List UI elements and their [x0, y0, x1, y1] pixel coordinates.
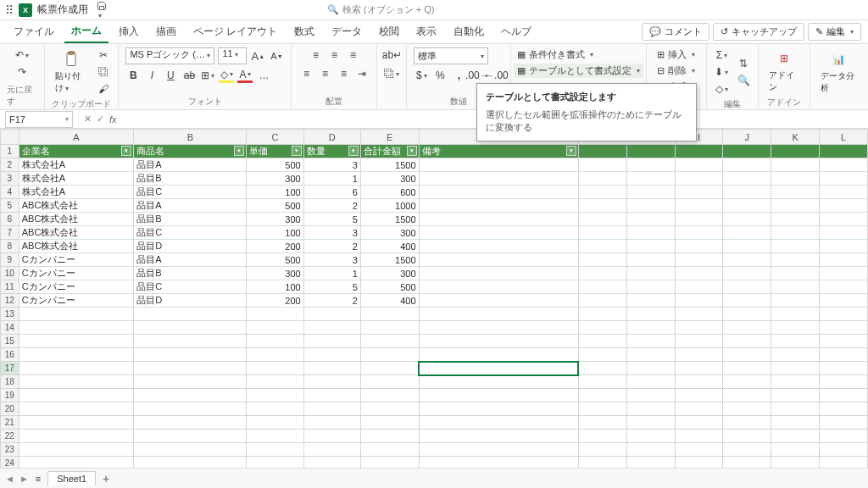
align-right-button[interactable]: ≡	[336, 66, 351, 81]
cell[interactable]	[626, 402, 675, 416]
cell[interactable]	[19, 416, 133, 430]
cell[interactable]	[578, 308, 626, 321]
cell[interactable]: 200	[247, 240, 303, 253]
cell[interactable]	[820, 213, 868, 226]
row-header[interactable]: 17	[1, 362, 19, 375]
cell[interactable]	[578, 145, 626, 158]
cell[interactable]	[771, 199, 820, 213]
cell[interactable]	[723, 267, 771, 280]
cell[interactable]	[19, 335, 133, 348]
tab-data[interactable]: データ	[325, 21, 369, 42]
increase-font-button[interactable]: A▲	[250, 48, 265, 64]
table-header-cell[interactable]: 数量▾	[303, 145, 360, 158]
cell[interactable]: ABC株式会社	[19, 226, 133, 240]
wrap-text-button[interactable]: ab↵	[384, 47, 399, 63]
cell[interactable]	[247, 430, 303, 443]
increase-decimal-button[interactable]: .00→	[470, 68, 485, 83]
cell[interactable]	[820, 443, 868, 457]
cell[interactable]: Cカンパニー	[19, 253, 133, 267]
filter-dropdown-icon[interactable]: ▾	[348, 146, 359, 156]
cell[interactable]	[626, 443, 675, 457]
cell[interactable]	[626, 430, 675, 443]
filter-dropdown-icon[interactable]: ▾	[407, 146, 417, 156]
row-header[interactable]: 9	[1, 253, 19, 267]
cell[interactable]	[723, 402, 771, 416]
cell[interactable]	[820, 308, 868, 321]
cell[interactable]	[360, 362, 419, 375]
cell[interactable]	[626, 389, 675, 402]
cell[interactable]: 600	[360, 186, 419, 199]
cell[interactable]	[771, 389, 820, 402]
editing-mode-button[interactable]: ✎編集	[808, 23, 861, 41]
row-header[interactable]: 6	[1, 213, 19, 226]
cell[interactable]	[419, 443, 578, 457]
cell[interactable]	[675, 375, 723, 389]
cell[interactable]	[578, 335, 626, 348]
cell[interactable]	[723, 172, 771, 186]
cell[interactable]	[771, 213, 820, 226]
cell[interactable]	[723, 457, 771, 469]
table-header-cell[interactable]: 備考▾	[419, 145, 578, 158]
cell[interactable]: ABC株式会社	[19, 240, 133, 253]
cell[interactable]	[247, 416, 303, 430]
cell[interactable]	[675, 267, 723, 280]
cell[interactable]: 品目C	[134, 226, 247, 240]
cell[interactable]	[771, 253, 820, 267]
cell[interactable]: 2	[303, 294, 360, 308]
cell[interactable]	[360, 457, 419, 469]
cell[interactable]: ABC株式会社	[19, 213, 133, 226]
cell[interactable]	[820, 280, 868, 294]
cell[interactable]	[771, 280, 820, 294]
cell[interactable]	[820, 145, 868, 158]
save-status-dropdown[interactable]	[93, 1, 110, 19]
filter-dropdown-icon[interactable]: ▾	[234, 146, 244, 156]
cell[interactable]	[247, 335, 303, 348]
cancel-formula-icon[interactable]: ✕	[84, 114, 92, 125]
cell[interactable]	[134, 389, 247, 402]
cell[interactable]	[134, 375, 247, 389]
cell[interactable]	[578, 158, 626, 172]
cell[interactable]	[419, 199, 578, 213]
cell[interactable]: 2	[303, 240, 360, 253]
cell[interactable]: Cカンパニー	[19, 280, 133, 294]
copy-button[interactable]: ⿻	[96, 64, 111, 80]
cell[interactable]: 2	[303, 199, 360, 213]
align-bottom-button[interactable]: ≡	[345, 47, 360, 63]
cell[interactable]	[578, 416, 626, 430]
cell[interactable]	[723, 416, 771, 430]
cell[interactable]: 品目C	[134, 280, 247, 294]
enter-formula-icon[interactable]: ✓	[97, 114, 104, 125]
cell[interactable]	[723, 226, 771, 240]
percent-button[interactable]: %	[432, 68, 448, 83]
cell[interactable]	[419, 389, 578, 402]
cell[interactable]: 品目C	[134, 186, 247, 199]
cell[interactable]: 1500	[360, 158, 419, 172]
fill-button[interactable]: ⬇	[714, 64, 729, 80]
cell[interactable]	[419, 335, 578, 348]
cell[interactable]	[771, 145, 820, 158]
cell[interactable]	[134, 308, 247, 321]
cell[interactable]	[723, 145, 771, 158]
cell[interactable]: 300	[360, 226, 419, 240]
cut-button[interactable]: ✂	[96, 47, 111, 63]
cell[interactable]	[675, 280, 723, 294]
cell[interactable]	[419, 240, 578, 253]
cell[interactable]	[675, 199, 723, 213]
cell[interactable]	[19, 389, 133, 402]
cell[interactable]	[247, 375, 303, 389]
conditional-format-button[interactable]: ▦条件付き書式	[514, 47, 597, 62]
cell[interactable]: 400	[360, 240, 419, 253]
cell[interactable]: 500	[360, 280, 419, 294]
cell[interactable]	[626, 213, 675, 226]
select-all-corner[interactable]	[1, 130, 19, 145]
cell[interactable]	[675, 240, 723, 253]
addin-button[interactable]: ⊞ アドイン	[765, 47, 802, 95]
cell[interactable]	[303, 430, 360, 443]
table-header-cell[interactable]: 単価▾	[247, 145, 303, 158]
cell[interactable]	[771, 186, 820, 199]
cell[interactable]	[360, 416, 419, 430]
font-name-select[interactable]: MS Pゴシック (…	[125, 47, 214, 64]
row-header[interactable]: 2	[1, 158, 19, 172]
cell[interactable]	[578, 213, 626, 226]
comments-button[interactable]: 💬コメント	[642, 23, 709, 41]
